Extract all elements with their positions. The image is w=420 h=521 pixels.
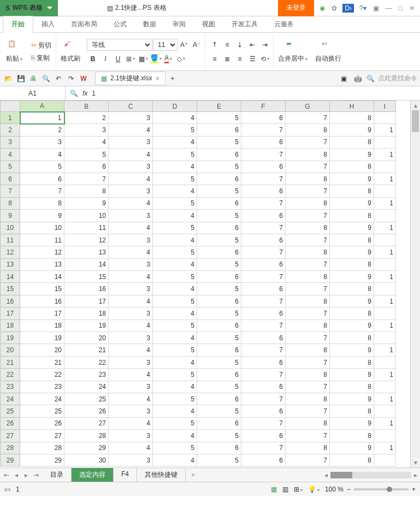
cell-E28[interactable]: 6	[197, 442, 241, 454]
cell-F15[interactable]: 6	[241, 283, 286, 295]
row-header-4[interactable]: 4	[1, 149, 20, 161]
cell-I16[interactable]: 1	[374, 295, 396, 307]
sheet-tab-目录[interactable]: 目录	[43, 468, 72, 482]
cell-F27[interactable]: 6	[241, 430, 286, 442]
cut-button[interactable]: ✂剪切	[29, 40, 54, 51]
cell-H17[interactable]: 8	[330, 307, 374, 319]
cell-C7[interactable]: 3	[109, 185, 153, 197]
zoom-slider[interactable]	[354, 488, 409, 490]
font-size-select[interactable]: 11	[153, 39, 178, 51]
new-tab-button[interactable]: +	[167, 73, 178, 84]
cell-G4[interactable]: 8	[286, 149, 330, 161]
cell-E12[interactable]: 6	[197, 246, 241, 258]
function-icon[interactable]: 🔍	[70, 90, 78, 97]
app-menu-button[interactable]: S WPS 表格	[0, 0, 58, 16]
cell-B11[interactable]: 12	[64, 234, 109, 246]
cell-A10[interactable]: 10	[20, 222, 64, 234]
zoom-in-button[interactable]: +	[412, 486, 416, 493]
cell-G8[interactable]: 8	[286, 197, 330, 209]
cell-B19[interactable]: 20	[64, 332, 109, 344]
cell-E4[interactable]: 6	[197, 149, 241, 161]
cell-F4[interactable]: 7	[241, 149, 286, 161]
cell-E17[interactable]: 5	[197, 307, 241, 319]
cell-G7[interactable]: 7	[286, 185, 330, 197]
robot-icon[interactable]: 🤖	[352, 73, 363, 84]
cell-G25[interactable]: 7	[286, 405, 330, 417]
add-sheet-button[interactable]: +	[186, 469, 200, 481]
cell-D13[interactable]: 4	[153, 258, 197, 270]
cell-F8[interactable]: 7	[241, 197, 286, 209]
cell-A13[interactable]: 13	[20, 258, 64, 270]
cell-B15[interactable]: 16	[64, 283, 109, 295]
row-header-6[interactable]: 6	[1, 173, 20, 185]
cell-G15[interactable]: 7	[286, 283, 330, 295]
cell-H24[interactable]: 9	[330, 393, 374, 405]
align-center-button[interactable]: ≣	[221, 53, 233, 65]
view-layout-icon[interactable]: ⊞	[294, 486, 303, 493]
cell-H8[interactable]: 9	[330, 197, 374, 209]
cell-H16[interactable]: 9	[330, 295, 374, 307]
cell-C1[interactable]: 3	[109, 112, 153, 124]
cell-A25[interactable]: 25	[20, 405, 64, 417]
col-header-F[interactable]: F	[241, 101, 286, 112]
cell-G26[interactable]: 8	[286, 417, 330, 429]
print-preview-icon[interactable]: 🔍	[40, 73, 51, 84]
cell-C18[interactable]: 4	[109, 319, 153, 331]
cell-C15[interactable]: 3	[109, 283, 153, 295]
cell-D8[interactable]: 5	[153, 197, 197, 209]
cell-B26[interactable]: 27	[64, 417, 109, 429]
cell-G11[interactable]: 7	[286, 234, 330, 246]
cell-G23[interactable]: 7	[286, 381, 330, 393]
cell-E20[interactable]: 6	[197, 344, 241, 356]
cell-B13[interactable]: 14	[64, 258, 109, 270]
cell-A3[interactable]: 3	[20, 136, 64, 148]
cell-F10[interactable]: 7	[241, 222, 286, 234]
cell-D17[interactable]: 4	[153, 307, 197, 319]
cell-C5[interactable]: 3	[109, 161, 153, 173]
cell-F7[interactable]: 6	[241, 185, 286, 197]
cell-B4[interactable]: 5	[64, 149, 109, 161]
cell-H2[interactable]: 9	[330, 124, 374, 136]
align-top-button[interactable]: ⤒	[209, 39, 221, 51]
cell-C24[interactable]: 4	[109, 393, 153, 405]
cell-I8[interactable]: 1	[374, 197, 396, 209]
cell-A14[interactable]: 14	[20, 271, 64, 283]
cell-A9[interactable]: 9	[20, 210, 64, 222]
cell-D6[interactable]: 5	[153, 173, 197, 185]
cell-E8[interactable]: 6	[197, 197, 241, 209]
cell-I18[interactable]: 1	[374, 319, 396, 331]
cell-A12[interactable]: 12	[20, 246, 64, 258]
cell-E6[interactable]: 6	[197, 173, 241, 185]
cell-A2[interactable]: 2	[20, 124, 64, 136]
cell-B6[interactable]: 7	[64, 173, 109, 185]
cell-D3[interactable]: 4	[153, 136, 197, 148]
cell-C14[interactable]: 4	[109, 271, 153, 283]
cell-D16[interactable]: 5	[153, 295, 197, 307]
cell-B7[interactable]: 8	[64, 185, 109, 197]
cell-H6[interactable]: 9	[330, 173, 374, 185]
cell-I27[interactable]	[374, 430, 396, 442]
cell-B12[interactable]: 13	[64, 246, 109, 258]
row-header-26[interactable]: 26	[1, 417, 20, 429]
cell-I15[interactable]	[374, 283, 396, 295]
cell-G14[interactable]: 8	[286, 271, 330, 283]
cell-C2[interactable]: 4	[109, 124, 153, 136]
cell-style-button[interactable]: ▦	[137, 53, 149, 65]
cell-B5[interactable]: 6	[64, 161, 109, 173]
cell-A20[interactable]: 20	[20, 344, 64, 356]
cell-D26[interactable]: 5	[153, 417, 197, 429]
cell-B18[interactable]: 19	[64, 319, 109, 331]
cell-E22[interactable]: 6	[197, 369, 241, 381]
align-right-button[interactable]: ≡	[234, 53, 246, 65]
col-header-G[interactable]: G	[286, 101, 330, 112]
cell-B20[interactable]: 21	[64, 344, 109, 356]
col-header-B[interactable]: B	[64, 101, 109, 112]
align-middle-button[interactable]: ≡	[221, 39, 233, 51]
menu-数据[interactable]: 数据	[135, 16, 164, 32]
cell-I28[interactable]: 1	[374, 442, 396, 454]
cell-H15[interactable]: 8	[330, 283, 374, 295]
format-painter-button[interactable]: 🖌 格式刷	[57, 35, 84, 69]
align-left-button[interactable]: ≡	[209, 53, 221, 65]
col-header-A[interactable]: A	[20, 101, 64, 112]
cell-B17[interactable]: 18	[64, 307, 109, 319]
